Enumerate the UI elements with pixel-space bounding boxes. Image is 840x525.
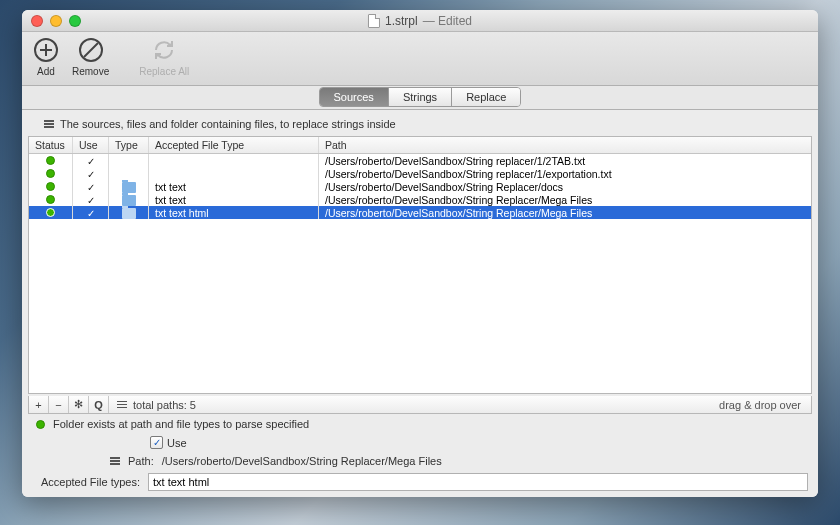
- list-icon: [44, 120, 54, 128]
- cell-accepted-file-type: [149, 154, 319, 167]
- table-header: Status Use Type Accepted File Type Path: [29, 137, 811, 154]
- status-ok-icon: [46, 169, 55, 178]
- use-label: Use: [167, 437, 187, 449]
- cell-status: [29, 154, 73, 167]
- cell-use: ✓: [73, 167, 109, 180]
- search-icon: Q: [94, 399, 103, 411]
- table-row[interactable]: ✓txt text/Users/roberto/DevelSandbox/Str…: [29, 193, 811, 206]
- folder-icon: [122, 182, 136, 193]
- description-text: The sources, files and folder containing…: [60, 118, 396, 130]
- cell-status: [29, 167, 73, 180]
- cell-use: ✓: [73, 206, 109, 219]
- cell-use: ✓: [73, 180, 109, 193]
- app-window: 1.strpl — Edited Add Remove Replace All …: [22, 10, 818, 497]
- table-footer: + − ✻ Q total paths: 5 drag & drop over: [28, 396, 812, 414]
- segmented-control: Sources Strings Replace: [319, 87, 522, 107]
- status-ok-icon: [46, 208, 55, 217]
- svg-line-4: [84, 43, 98, 57]
- col-type[interactable]: Type: [109, 137, 149, 153]
- zoom-window-button[interactable]: [69, 15, 81, 27]
- col-status[interactable]: Status: [29, 137, 73, 153]
- cell-accepted-file-type: txt text: [149, 180, 319, 193]
- tab-sources[interactable]: Sources: [320, 88, 389, 106]
- close-window-button[interactable]: [31, 15, 43, 27]
- tab-strings[interactable]: Strings: [389, 88, 452, 106]
- use-checkbox[interactable]: ✓: [150, 436, 163, 449]
- cell-accepted-file-type: txt text html: [149, 206, 319, 219]
- path-row: Path: /Users/roberto/DevelSandbox/String…: [32, 455, 808, 467]
- total-paths: total paths: 5: [109, 399, 204, 411]
- cell-status: [29, 180, 73, 193]
- accepted-file-types-row: Accepted File types:: [32, 473, 808, 491]
- search-button[interactable]: Q: [89, 396, 109, 413]
- settings-button[interactable]: ✻: [69, 396, 89, 413]
- accepted-file-types-input[interactable]: [148, 473, 808, 491]
- use-checkbox-row: ✓ Use: [150, 436, 808, 449]
- col-path[interactable]: Path: [319, 137, 811, 153]
- cell-path: /Users/roberto/DevelSandbox/String repla…: [319, 167, 811, 180]
- title-text: 1.strpl: [385, 14, 418, 28]
- cell-path: /Users/roberto/DevelSandbox/String Repla…: [319, 193, 811, 206]
- remove-button[interactable]: Remove: [72, 36, 109, 77]
- add-row-button[interactable]: +: [29, 396, 49, 413]
- status-text: Folder exists at path and file types to …: [53, 418, 309, 430]
- window-title: 1.strpl — Edited: [368, 14, 472, 28]
- sources-table: Status Use Type Accepted File Type Path …: [28, 136, 812, 394]
- aft-label: Accepted File types:: [32, 476, 140, 488]
- plus-circle-icon: [32, 36, 60, 64]
- description-row: The sources, files and folder containing…: [22, 114, 818, 134]
- replace-all-button[interactable]: Replace All: [139, 36, 189, 77]
- checkmark-icon: ✓: [87, 156, 95, 167]
- list-icon: [117, 401, 127, 409]
- prohibit-icon: [77, 36, 105, 64]
- edited-indicator: — Edited: [423, 14, 472, 28]
- folder-icon: [122, 195, 136, 206]
- cell-use: ✓: [73, 193, 109, 206]
- cell-path: /Users/roberto/DevelSandbox/String Repla…: [319, 180, 811, 193]
- table-row[interactable]: ✓txt text html/Users/roberto/DevelSandbo…: [29, 206, 811, 219]
- col-use[interactable]: Use: [73, 137, 109, 153]
- cell-status: [29, 193, 73, 206]
- path-value: /Users/roberto/DevelSandbox/String Repla…: [162, 455, 442, 467]
- cell-path: /Users/roberto/DevelSandbox/String repla…: [319, 154, 811, 167]
- cell-use: ✓: [73, 154, 109, 167]
- status-row: Folder exists at path and file types to …: [32, 418, 808, 430]
- folder-icon: [122, 208, 136, 219]
- status-ok-icon: [46, 182, 55, 191]
- checkmark-icon: ✓: [87, 169, 95, 180]
- cell-type: [109, 154, 149, 167]
- remove-row-button[interactable]: −: [49, 396, 69, 413]
- checkmark-icon: ✓: [87, 195, 95, 206]
- table-row[interactable]: ✓/Users/roberto/DevelSandbox/String repl…: [29, 167, 811, 180]
- cycle-icon: [150, 36, 178, 64]
- titlebar: 1.strpl — Edited: [22, 10, 818, 32]
- minimize-window-button[interactable]: [50, 15, 62, 27]
- list-icon: [110, 457, 120, 465]
- cell-type: [109, 193, 149, 206]
- cell-path: /Users/roberto/DevelSandbox/String Repla…: [319, 206, 811, 219]
- tab-replace[interactable]: Replace: [452, 88, 520, 106]
- checkmark-icon: ✓: [87, 208, 95, 219]
- add-label: Add: [37, 66, 55, 77]
- add-button[interactable]: Add: [32, 36, 60, 77]
- cell-type: [109, 180, 149, 193]
- replace-all-label: Replace All: [139, 66, 189, 77]
- table-row[interactable]: ✓/Users/roberto/DevelSandbox/String repl…: [29, 154, 811, 167]
- status-ok-icon: [46, 156, 55, 165]
- tab-strip: Sources Strings Replace: [22, 86, 818, 110]
- cell-type: [109, 206, 149, 219]
- path-label: Path:: [128, 455, 154, 467]
- cell-accepted-file-type: [149, 167, 319, 180]
- content-area: The sources, files and folder containing…: [22, 110, 818, 497]
- cell-type: [109, 167, 149, 180]
- table-body[interactable]: ✓/Users/roberto/DevelSandbox/String repl…: [29, 154, 811, 393]
- col-accepted-file-type[interactable]: Accepted File Type: [149, 137, 319, 153]
- cell-accepted-file-type: txt text: [149, 193, 319, 206]
- document-icon: [368, 14, 380, 28]
- gear-icon: ✻: [74, 398, 83, 411]
- cell-status: [29, 206, 73, 219]
- drag-drop-hint: drag & drop over: [719, 399, 811, 411]
- remove-label: Remove: [72, 66, 109, 77]
- table-row[interactable]: ✓txt text/Users/roberto/DevelSandbox/Str…: [29, 180, 811, 193]
- toolbar: Add Remove Replace All: [22, 32, 818, 86]
